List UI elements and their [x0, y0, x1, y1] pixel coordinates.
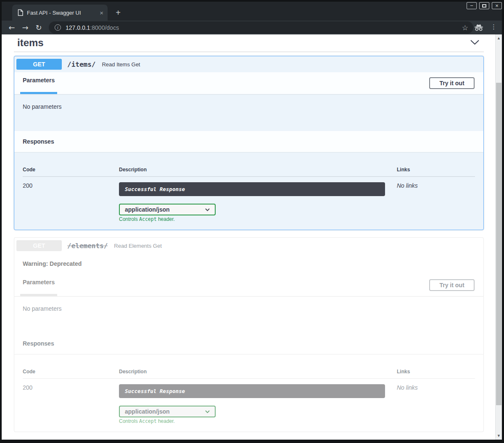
tag-section-header: items — [14, 36, 484, 49]
url-path: :8000/docs — [90, 24, 119, 31]
media-type-select[interactable]: application/json — [119, 406, 216, 417]
parameters-header: Parameters Try it out — [14, 72, 483, 94]
responses-table-head: Code Description Links — [23, 152, 475, 177]
maximize-icon[interactable] — [479, 2, 489, 9]
tag-title: items — [17, 37, 44, 49]
responses-table-head: Code Description Links — [23, 354, 475, 379]
select-chevron-icon — [205, 208, 210, 211]
browser-menu-icon[interactable]: ⋮ — [491, 23, 497, 31]
back-icon[interactable]: ← — [5, 23, 18, 32]
column-code: Code — [23, 369, 119, 375]
forward-icon[interactable]: → — [18, 23, 32, 32]
reload-icon[interactable]: ↻ — [32, 23, 45, 32]
column-links: Links — [397, 369, 475, 375]
parameters-header: Parameters Try it out — [14, 274, 483, 296]
url-text: 127.0.0.1:8000/docs — [66, 24, 462, 31]
operation-summary: Read Elements Get — [114, 243, 161, 249]
page-content: items GET /items/ Read Items Get Paramet… — [2, 34, 502, 440]
accept-header-note: Controls Accept header. — [119, 418, 175, 424]
media-type-select[interactable]: application/json — [119, 204, 216, 215]
opblock-summary[interactable]: GET /items/ Read Items Get — [14, 56, 483, 72]
responses-table: Code Description Links 200 Successful Re… — [14, 152, 483, 230]
opblock-get-items: GET /items/ Read Items Get Parameters Tr… — [14, 56, 484, 230]
response-row: 200 Successful Response application/json… — [23, 379, 475, 424]
response-description: Successful Response — [119, 182, 385, 196]
no-parameters-text: No parameters — [14, 94, 483, 131]
browser-toolbar: ← → ↻ i 127.0.0.1:8000/docs ☆ ⋮ — [2, 21, 502, 34]
close-icon[interactable]: × — [492, 2, 502, 9]
url-host: 127.0.0.1 — [66, 24, 90, 31]
column-code: Code — [23, 167, 119, 173]
swagger-ui: items GET /items/ Read Items Get Paramet… — [14, 34, 484, 432]
no-links-text: No links — [397, 384, 475, 424]
opblock-summary[interactable]: GET /elements/ Read Elements Get — [14, 238, 483, 254]
column-links: Links — [397, 167, 475, 173]
bookmark-star-icon[interactable]: ☆ — [462, 24, 468, 32]
media-type-value: application/json — [125, 206, 170, 213]
section-divider — [14, 52, 484, 52]
page-icon — [18, 9, 23, 16]
responses-table: Code Description Links 200 Successful Re… — [14, 354, 483, 432]
accept-header-note: Controls Accept header. — [119, 216, 175, 222]
page-scrollbar[interactable]: ▲ ▼ — [495, 34, 502, 440]
operation-path: /items/ — [67, 60, 95, 68]
site-info-icon[interactable]: i — [55, 24, 61, 31]
response-description-cell: Successful Response application/json Con… — [119, 384, 397, 424]
response-description-cell: Successful Response application/json Con… — [119, 182, 397, 222]
browser-tab[interactable]: Fast API - Swagger UI × — [12, 5, 108, 21]
try-it-out-button[interactable]: Try it out — [429, 279, 475, 291]
response-row: 200 Successful Response application/json… — [23, 177, 475, 222]
titlebar: Fast API - Swagger UI × + − × — [2, 2, 502, 21]
responses-header: Responses — [14, 333, 483, 354]
scroll-up-icon[interactable]: ▲ — [496, 37, 502, 40]
address-bar[interactable]: i 127.0.0.1:8000/docs ☆ — [49, 21, 473, 34]
deprecated-warning: Warning: Deprecated — [14, 254, 483, 274]
no-parameters-text: No parameters — [14, 296, 483, 333]
tab-title: Fast API - Swagger UI — [27, 10, 97, 16]
tab-close-icon[interactable]: × — [100, 9, 103, 16]
new-tab-icon[interactable]: + — [112, 7, 124, 18]
method-badge: GET — [16, 240, 62, 251]
method-badge: GET — [16, 59, 62, 70]
window-controls: − × — [467, 2, 502, 9]
response-code: 200 — [23, 182, 119, 222]
scrollbar-thumb[interactable] — [496, 83, 501, 405]
response-description: Successful Response — [119, 384, 385, 398]
browser-window: Fast API - Swagger UI × + − × ← → ↻ i 12… — [2, 2, 502, 440]
operation-summary: Read Items Get — [102, 61, 140, 68]
column-description: Description — [119, 369, 397, 375]
minimize-icon[interactable]: − — [467, 2, 477, 9]
column-description: Description — [119, 167, 397, 173]
media-type-value: application/json — [125, 408, 170, 415]
response-code: 200 — [23, 384, 119, 424]
tab-parameters[interactable]: Parameters — [20, 72, 57, 94]
select-chevron-icon — [205, 410, 210, 413]
tab-parameters[interactable]: Parameters — [20, 274, 57, 296]
chevron-down-icon[interactable] — [470, 39, 480, 47]
opblock-get-elements-deprecated: GET /elements/ Read Elements Get Warning… — [14, 237, 484, 432]
no-links-text: No links — [397, 182, 475, 222]
try-it-out-button[interactable]: Try it out — [429, 77, 475, 89]
scroll-down-icon[interactable]: ▼ — [496, 434, 502, 438]
incognito-icon — [474, 24, 484, 33]
operation-path: /elements/ — [67, 242, 108, 250]
responses-header: Responses — [14, 131, 483, 152]
